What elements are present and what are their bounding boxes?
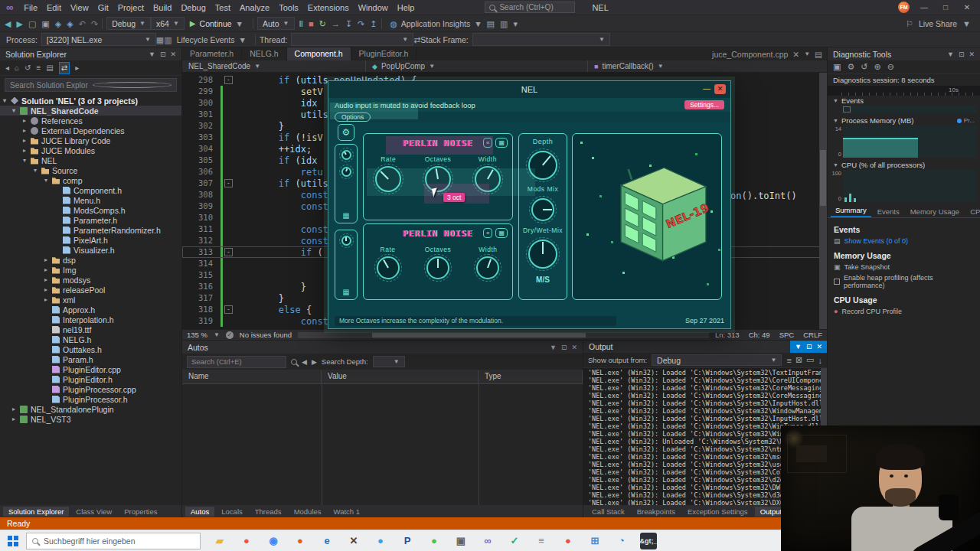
rail-knob[interactable] bbox=[341, 150, 351, 160]
randomize-button[interactable]: ▦ bbox=[495, 228, 508, 238]
fold-marker[interactable]: - bbox=[224, 305, 233, 314]
tree-item[interactable]: ▸ NEL_StandalonePlugin bbox=[0, 404, 181, 414]
close-panel-icon[interactable]: ✕ bbox=[170, 51, 176, 58]
panel-tab[interactable]: Exception Settings bbox=[682, 507, 753, 517]
fold-marker[interactable] bbox=[224, 122, 233, 130]
breadcrumb-class[interactable]: ◆ PopUpComp ▼ bbox=[366, 60, 588, 72]
panel-tab[interactable]: Autos bbox=[185, 507, 214, 517]
notifications-bell-icon[interactable]: ⚐ bbox=[906, 16, 913, 31]
platform-dropdown[interactable]: x64▼ bbox=[151, 17, 185, 30]
step-out-icon[interactable]: ↥ bbox=[370, 16, 377, 31]
undo-icon[interactable]: ↶ bbox=[79, 16, 86, 31]
clear-all-icon[interactable]: ⊠ bbox=[795, 355, 802, 365]
break-all-icon[interactable]: ‖ bbox=[299, 16, 303, 31]
close-panel-icon[interactable]: ✕ bbox=[571, 344, 577, 351]
close-panel-icon[interactable]: ✕ bbox=[969, 51, 975, 58]
tree-item[interactable]: ▾ Solution 'NEL' (3 of 3 projects) bbox=[0, 96, 181, 106]
back-icon[interactable]: ◂ bbox=[5, 63, 9, 73]
expander-arrow-icon[interactable]: ▸ bbox=[44, 266, 52, 273]
expander-arrow-icon[interactable]: ▾ bbox=[3, 97, 11, 104]
process-list-icon[interactable]: ▦ bbox=[156, 32, 164, 47]
panel-tab[interactable]: Modules bbox=[289, 507, 327, 517]
randomize-button[interactable]: ▦ bbox=[495, 138, 508, 148]
camera-icon[interactable]: ▣ bbox=[452, 533, 469, 549]
fold-marker[interactable] bbox=[224, 282, 233, 291]
depth-knob[interactable] bbox=[528, 151, 557, 180]
grid-icon[interactable]: ▦ bbox=[342, 211, 349, 220]
home-icon[interactable]: ⌂ bbox=[15, 63, 19, 73]
menu-item[interactable]: Analyze bbox=[235, 0, 274, 15]
tree-item[interactable]: nel19.ttf bbox=[0, 324, 181, 334]
notes-app-icon[interactable]: ≡ bbox=[533, 533, 550, 549]
plugin-close-button[interactable]: ✕ bbox=[714, 84, 726, 94]
menu-item[interactable]: Tools bbox=[274, 0, 303, 15]
settings-gear-icon[interactable]: ⚙ bbox=[847, 62, 854, 72]
grid-icon[interactable]: ▦ bbox=[342, 288, 349, 296]
chevron-down-icon[interactable]: ▼ bbox=[550, 344, 557, 351]
close-tab-icon[interactable]: ✕ bbox=[792, 50, 799, 59]
menu-item[interactable]: View bbox=[66, 0, 93, 15]
width-knob[interactable] bbox=[475, 166, 501, 192]
editor-horizontal-scrollbar[interactable] bbox=[298, 332, 709, 338]
tree-item[interactable]: ModsComps.h bbox=[0, 205, 181, 215]
stop-debugging-icon[interactable]: ■ bbox=[309, 16, 314, 31]
open-file-icon[interactable]: ▣ bbox=[41, 16, 49, 31]
menu-item[interactable]: Debug bbox=[176, 0, 210, 15]
tree-item[interactable]: NELG.h bbox=[0, 334, 181, 344]
pin-icon[interactable]: ⊡ bbox=[160, 51, 166, 58]
menu-item[interactable]: File bbox=[19, 0, 42, 15]
options-button[interactable]: Options bbox=[335, 112, 371, 122]
reset-view-icon[interactable]: ↺ bbox=[861, 62, 867, 72]
rate-knob[interactable] bbox=[377, 256, 400, 279]
file-explorer-icon[interactable]: ▰ bbox=[211, 533, 228, 549]
configuration-dropdown[interactable]: Debug▼ bbox=[106, 17, 151, 30]
watch-grid-body[interactable] bbox=[182, 384, 583, 505]
editor-tab[interactable]: Parameter.h bbox=[182, 47, 242, 60]
tree-item[interactable]: ▸ JUCE Modules bbox=[0, 145, 181, 155]
breadcrumb-project[interactable]: NEL_SharedCode ▼ bbox=[182, 60, 366, 72]
nav-back-icon[interactable]: ◀ bbox=[5, 16, 11, 31]
fold-marker[interactable] bbox=[224, 110, 233, 119]
minimize-button[interactable]: — bbox=[917, 3, 931, 11]
fold-marker[interactable] bbox=[224, 294, 233, 302]
new-file-icon[interactable]: ▢ bbox=[28, 16, 36, 31]
zoom-in-icon[interactable]: ⊕ bbox=[874, 62, 881, 72]
search-icon[interactable] bbox=[291, 359, 297, 365]
diagnostics-tab[interactable]: Memory Usage bbox=[906, 206, 964, 217]
expander-arrow-icon[interactable]: ▾ bbox=[23, 157, 31, 164]
fold-marker[interactable]: - bbox=[224, 179, 233, 187]
maximize-button[interactable]: □ bbox=[939, 3, 952, 11]
fold-marker[interactable]: - bbox=[224, 76, 233, 84]
fold-marker[interactable] bbox=[224, 156, 233, 165]
editor-tab[interactable]: Component.h bbox=[287, 47, 351, 60]
tree-item[interactable]: ▸ NEL_VST3 bbox=[0, 414, 181, 424]
menu-item[interactable]: Test bbox=[211, 0, 235, 15]
tree-item[interactable]: Approx.h bbox=[0, 305, 181, 315]
start-button[interactable] bbox=[8, 536, 18, 546]
chevron-down-icon[interactable]: ▼ bbox=[795, 343, 802, 350]
menu-item[interactable]: Extensions bbox=[303, 0, 354, 15]
octaves-knob[interactable] bbox=[425, 166, 451, 192]
edge-browser-icon[interactable]: e bbox=[318, 533, 335, 549]
tree-item[interactable]: PluginProcessor.cpp bbox=[0, 384, 181, 394]
menu-item[interactable]: Help bbox=[393, 0, 420, 15]
panel-tab[interactable]: Watch 1 bbox=[328, 507, 366, 517]
paypal-icon[interactable]: P bbox=[399, 533, 416, 549]
diagnostics-tab[interactable]: CPU Usage bbox=[965, 206, 980, 217]
plugin-settings-button[interactable]: ⚙ bbox=[338, 124, 354, 141]
check-app-icon[interactable]: ✓ bbox=[506, 533, 523, 549]
expander-arrow-icon[interactable]: ▾ bbox=[12, 107, 20, 114]
menu-item[interactable]: Edit bbox=[42, 0, 66, 15]
fold-marker[interactable]: - bbox=[224, 248, 233, 256]
step-over-icon[interactable]: ↷ bbox=[358, 16, 364, 31]
continue-button[interactable]: ▶ Continue ▼ bbox=[185, 17, 249, 31]
tree-item[interactable]: ▸ References bbox=[0, 116, 181, 126]
fold-marker[interactable] bbox=[224, 99, 233, 107]
tree-item[interactable]: Visualizer.h bbox=[0, 245, 181, 255]
take-snapshot-button[interactable]: Take Snapshot bbox=[844, 263, 890, 271]
save-all-icon[interactable]: ◈ bbox=[67, 16, 73, 31]
chevron-down-icon[interactable]: ▼ bbox=[947, 51, 954, 58]
diagnostics-tab[interactable]: Events bbox=[873, 206, 904, 217]
fold-marker[interactable] bbox=[224, 317, 233, 325]
show-next-statement-icon[interactable]: → bbox=[332, 16, 340, 31]
